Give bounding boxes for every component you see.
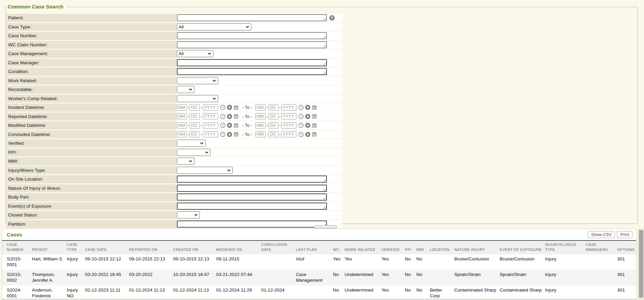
condition-input[interactable] [177,68,327,75]
clock-icon[interactable] [220,132,226,137]
horizontal-scrollbar[interactable] [2,298,636,300]
case-type-select[interactable]: All [177,23,251,30]
mmi-select[interactable] [177,158,194,165]
calendar-icon[interactable] [233,105,239,110]
cell-options[interactable]: 301 [617,285,636,295]
clear-icon[interactable] [305,132,311,137]
reported-datetime-to-month-input[interactable]: MM [255,113,266,119]
calendar-icon[interactable] [233,123,239,128]
modified-datetime-to-month-input[interactable]: MM [255,122,266,129]
concluded-datetime-from-day-input[interactable]: DD [190,131,200,137]
field-label: Reported Datetime: [8,114,48,119]
calendar-icon[interactable] [312,114,317,119]
calendar-icon[interactable] [312,132,317,137]
incident-datetime-from-icons [220,105,240,110]
scrollbar-thumb[interactable] [639,230,643,298]
cell-created-on: 09-10-2015 22:13 [173,254,216,263]
case-number-field-cell [176,32,342,40]
incident-datetime-to-year-input[interactable]: YYYY [281,105,296,111]
resize-handle[interactable] [323,206,326,209]
modified-datetime-to-day-input[interactable]: DD [268,122,278,129]
help-icon[interactable]: ? [329,15,335,21]
on-site-location-input[interactable] [177,176,327,183]
clear-icon[interactable] [305,114,311,119]
cell-options[interactable]: 301 [617,270,636,279]
clear-icon[interactable] [305,122,311,128]
wc-claim-number-input[interactable] [177,41,327,48]
field-label: Case Management: [8,51,48,56]
calendar-icon[interactable] [312,123,317,128]
clear-icon[interactable] [227,122,232,128]
resize-handle[interactable] [323,179,326,182]
calendar-icon[interactable] [233,114,239,119]
incident-datetime-to-month-input[interactable]: MM [255,105,266,111]
cases-table-header: CASE NUMBERPATIENTCASE TYPECASE DATEREPO… [2,241,636,254]
clock-icon[interactable] [298,114,304,119]
modified-datetime-to-group: MM-DD-YYYY [255,122,318,129]
nature-of-injury-or-illness-input[interactable] [177,185,327,192]
incident-datetime-from-month-input[interactable]: MM [177,105,187,111]
concluded-datetime-to-year-input[interactable]: YYYY [281,131,296,137]
clock-icon[interactable] [220,105,226,110]
resize-handle[interactable] [323,62,326,65]
patient-input[interactable] [177,14,327,21]
reported-datetime-from-month-input[interactable]: MM [177,113,187,119]
search-button[interactable] [314,225,337,228]
modified-datetime-from-month-input[interactable]: MM [177,122,187,129]
work-related-select[interactable] [177,77,218,84]
case-management-label-cell: Case Management: [6,50,176,58]
reported-datetime-from-year-input[interactable]: YYYY [203,113,218,119]
vertical-scrollbar[interactable] [638,229,644,300]
partition-input[interactable] [177,221,327,228]
concluded-datetime-to-month-input[interactable]: MM [255,131,266,137]
incident-datetime-to-day-input[interactable]: DD [268,105,278,111]
modified-datetime-to-year-input[interactable]: YYYY [281,122,296,129]
clock-icon[interactable] [298,132,304,137]
reported-datetime-from-day-input[interactable]: DD [190,113,200,119]
show-csv-button[interactable]: Show CSV [588,231,615,238]
resize-handle[interactable] [323,35,326,38]
resize-handle[interactable] [323,17,326,20]
page: Common Case Search Patient:?Case Type:Al… [0,0,644,300]
modified-datetime-from-day-input[interactable]: DD [190,122,200,129]
case-number-input[interactable] [177,32,327,39]
cell-mmi: No [416,285,430,295]
verified-select[interactable] [177,140,206,147]
case-management-select[interactable]: All [177,50,213,57]
clear-icon[interactable] [305,105,311,110]
concluded-datetime-to-day-input[interactable]: DD [268,131,278,137]
recordable-select[interactable] [177,86,194,93]
body-part-input[interactable] [177,193,327,201]
clock-icon[interactable] [220,114,226,119]
condition-field-cell [176,68,342,76]
concluded-datetime-from-year-input[interactable]: YYYY [203,131,218,137]
incident-datetime-from-day-input[interactable]: DD [190,105,200,111]
clock-icon[interactable] [298,122,304,128]
worker-s-comp-related-select[interactable] [177,95,218,102]
clock-icon[interactable] [220,122,226,128]
case-manager-input[interactable] [177,59,327,66]
clock-icon[interactable] [298,105,304,110]
cell-options[interactable]: 301 [617,254,636,263]
resize-handle[interactable] [323,71,326,74]
chevron-down-icon [227,169,231,171]
reported-datetime-to-year-input[interactable]: YYYY [281,113,296,119]
event-s-of-exposure-input[interactable] [177,203,327,210]
clear-icon[interactable] [227,105,232,110]
calendar-icon[interactable] [233,132,239,137]
modified-datetime-from-year-input[interactable]: YYYY [203,122,218,129]
resize-handle[interactable] [323,188,326,191]
incident-datetime-from-year-input[interactable]: YYYY [203,105,218,111]
closed-status-select[interactable] [177,211,200,218]
clear-icon[interactable] [227,132,232,137]
calendar-icon[interactable] [312,105,317,110]
ppi-select[interactable] [177,149,211,156]
clear-icon[interactable] [227,114,232,119]
print-button[interactable]: Print [617,231,632,238]
reported-datetime-to-day-input[interactable]: DD [268,113,278,119]
resize-handle[interactable] [323,44,326,47]
concluded-datetime-from-month-input[interactable]: MM [177,131,187,137]
date-separator: - [266,114,268,119]
resize-handle[interactable] [323,197,326,200]
injury-illness-type-select[interactable] [177,167,233,174]
